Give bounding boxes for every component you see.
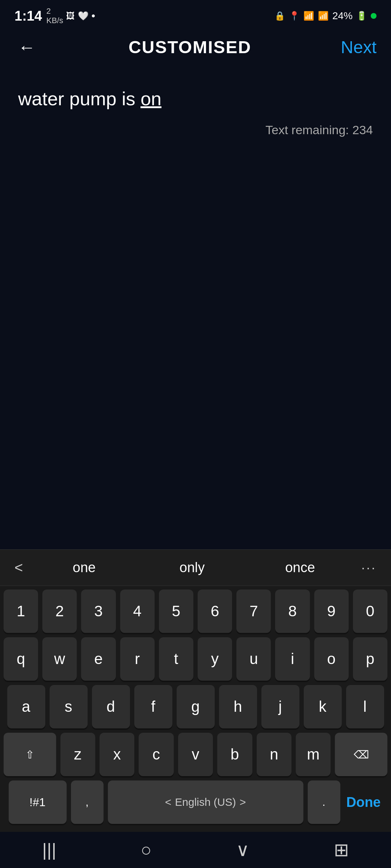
green-dot [371, 13, 377, 19]
signal-icon: 📶 [318, 11, 329, 21]
dot-icon: • [92, 10, 96, 22]
comma-key[interactable]: , [71, 780, 104, 824]
key-n[interactable]: n [257, 733, 291, 776]
suggestion-once[interactable]: once [246, 556, 354, 579]
key-m[interactable]: m [296, 733, 331, 776]
key-j[interactable]: j [261, 685, 299, 728]
key-4[interactable]: 4 [120, 590, 155, 633]
key-y[interactable]: y [198, 637, 232, 681]
key-o[interactable]: o [314, 637, 349, 681]
back-button[interactable]: ← [14, 34, 39, 61]
key-8[interactable]: 8 [275, 590, 310, 633]
status-right: 🔒 📍 📶 📶 24% 🔋 [274, 10, 377, 22]
photo-icon: 🖼 [66, 11, 75, 21]
status-bar: 1:14 2KB/s 🖼 🤍 • 🔒 📍 📶 📶 24% 🔋 [0, 0, 391, 29]
key-0[interactable]: 0 [353, 590, 387, 633]
done-key[interactable]: Done [345, 780, 383, 824]
sim-icon: 🔒 [274, 11, 285, 21]
key-z[interactable]: z [60, 733, 95, 776]
key-p[interactable]: p [353, 637, 387, 681]
key-e[interactable]: e [81, 637, 115, 681]
battery-text: 24% [332, 10, 353, 22]
status-icons-left: 2KB/s 🖼 🤍 • [46, 7, 95, 25]
nav-home-icon[interactable]: ○ [140, 839, 151, 860]
key-3[interactable]: 3 [81, 590, 115, 633]
key-c[interactable]: c [139, 733, 173, 776]
asdf-row: a s d f g h j k l [4, 685, 387, 728]
key-6[interactable]: 6 [198, 590, 232, 633]
key-q[interactable]: q [4, 637, 38, 681]
key-b[interactable]: b [217, 733, 252, 776]
key-k[interactable]: k [304, 685, 342, 728]
symbols-key[interactable]: !#1 [9, 780, 67, 824]
qwerty-row: q w e r t y u i o p [4, 637, 387, 681]
key-w[interactable]: w [42, 637, 77, 681]
status-time: 1:14 [14, 8, 42, 24]
key-1[interactable]: 1 [4, 590, 38, 633]
key-h[interactable]: h [219, 685, 257, 728]
key-9[interactable]: 9 [314, 590, 349, 633]
message-text[interactable]: water pump is on [18, 87, 373, 111]
lang-right-arrow[interactable]: > [240, 796, 246, 808]
header: ← CUSTOMISED Next [0, 29, 391, 65]
key-x[interactable]: x [100, 733, 134, 776]
lang-left-arrow[interactable]: < [165, 796, 172, 808]
period-key[interactable]: . [308, 780, 340, 824]
key-i[interactable]: i [275, 637, 310, 681]
nav-back-icon[interactable]: ∨ [236, 839, 249, 860]
suggestion-only[interactable]: only [138, 556, 246, 579]
key-s[interactable]: s [50, 685, 88, 728]
language-label: English (US) [175, 796, 236, 808]
key-v[interactable]: v [178, 733, 213, 776]
wifi-icon: 📶 [303, 11, 314, 21]
suggestions-row: < one only once ··· [0, 550, 391, 586]
key-5[interactable]: 5 [159, 590, 193, 633]
key-2[interactable]: 2 [42, 590, 77, 633]
key-g[interactable]: g [177, 685, 215, 728]
shift-key[interactable]: ⇧ [4, 733, 56, 776]
location-icon: 📍 [289, 11, 300, 21]
battery-icon: 🔋 [356, 11, 367, 21]
keyboard-rows: 1 2 3 4 5 6 7 8 9 0 q w e r t y u i o p … [0, 586, 391, 832]
next-button[interactable]: Next [341, 37, 377, 57]
key-7[interactable]: 7 [236, 590, 271, 633]
key-l[interactable]: l [346, 685, 384, 728]
message-plain: water pump is [18, 88, 140, 109]
nav-keyboard-icon[interactable]: ⊞ [334, 839, 349, 860]
status-left: 1:14 2KB/s 🖼 🤍 • [14, 7, 95, 25]
key-r[interactable]: r [120, 637, 155, 681]
message-underlined: on [140, 88, 161, 109]
nav-recents-icon[interactable]: ||| [42, 839, 56, 860]
suggestion-more-button[interactable]: ··· [354, 560, 384, 575]
key-f[interactable]: f [134, 685, 172, 728]
speed-icon: 2KB/s [46, 7, 63, 25]
space-key[interactable]: < English (US) > [108, 780, 303, 824]
backspace-key[interactable]: ⌫ [335, 733, 387, 776]
suggestion-one[interactable]: one [30, 556, 138, 579]
page-title: CUSTOMISED [129, 37, 251, 57]
key-d[interactable]: d [92, 685, 130, 728]
key-u[interactable]: u [236, 637, 271, 681]
key-a[interactable]: a [7, 685, 45, 728]
number-row: 1 2 3 4 5 6 7 8 9 0 [4, 590, 387, 633]
suggestion-back-arrow[interactable]: < [7, 559, 30, 576]
bottom-row: !#1 , < English (US) > . Done [4, 780, 387, 824]
keyboard-container: < one only once ··· 1 2 3 4 5 6 7 8 9 0 … [0, 549, 391, 868]
bottom-nav: ||| ○ ∨ ⊞ [0, 832, 391, 868]
health-icon: 🤍 [78, 11, 89, 21]
content-area: water pump is on Text remaining: 234 [0, 65, 391, 119]
zxcv-row: ⇧ z x c v b n m ⌫ [4, 733, 387, 776]
text-remaining-label: Text remaining: 234 [265, 123, 373, 137]
key-t[interactable]: t [159, 637, 193, 681]
